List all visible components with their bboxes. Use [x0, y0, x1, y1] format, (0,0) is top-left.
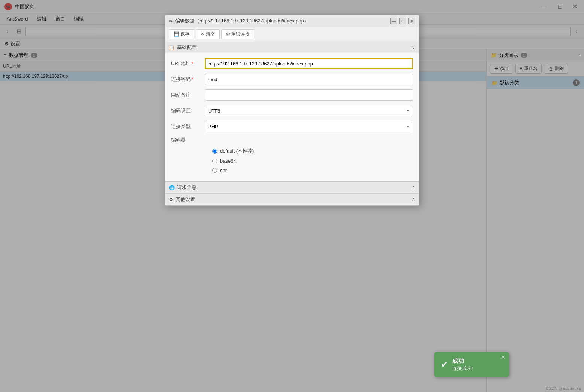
radio-chr[interactable] [212, 168, 217, 173]
radio-default-label[interactable]: default (不推荐) [220, 148, 254, 154]
encoder-row: 编码器 [171, 137, 413, 143]
toast-close-button[interactable]: ✕ [501, 354, 505, 360]
other-icon: ⚙ [169, 197, 173, 202]
type-row: 连接类型 PHP ASP ASPX [171, 121, 413, 132]
remark-row: 网站备注 [171, 89, 413, 101]
password-label: 连接密码* [171, 76, 205, 83]
form-scroll[interactable]: URL地址* 连接密码* 网站备注 [165, 53, 419, 181]
other-header[interactable]: ⚙ 其他设置 ∧ [165, 194, 419, 205]
modal-overlay: ✏ 编辑数据（http://192.168.197.129:18627/uplo… [0, 0, 584, 392]
encoding-select-wrapper: UTF8 GBK [205, 105, 413, 116]
password-row: 连接密码* [171, 74, 413, 85]
request-chevron: ∧ [412, 185, 415, 190]
type-select-wrapper: PHP ASP ASPX [205, 121, 413, 132]
url-input[interactable] [205, 58, 413, 69]
other-title: 其他设置 [176, 196, 195, 203]
toast-check-icon: ✔ [441, 360, 448, 370]
request-icon: 🌐 [169, 185, 175, 190]
radio-default[interactable] [212, 149, 217, 154]
encoding-row: 编码设置 UTF8 GBK [171, 105, 413, 116]
remark-input[interactable] [205, 89, 413, 101]
dialog-close[interactable]: ✕ [408, 18, 415, 24]
basic-config-chevron: ∨ [412, 45, 415, 50]
radio-default-row: default (不推荐) [171, 148, 413, 154]
toast-text: 成功 连接成功! [452, 357, 473, 372]
clear-button[interactable]: ✕ 清空 [196, 29, 219, 39]
save-button[interactable]: 💾 保存 [169, 29, 194, 39]
type-label: 连接类型 [171, 123, 205, 130]
other-chevron: ∧ [412, 197, 415, 202]
radio-base64-row: base64 [171, 158, 413, 164]
dialog-maximize[interactable]: □ [399, 18, 406, 24]
radio-base64[interactable] [212, 159, 217, 163]
basic-config-header[interactable]: 📋 基础配置 ∨ [165, 42, 419, 53]
encoder-label: 编码器 [171, 137, 205, 143]
url-row: URL地址* [171, 58, 413, 69]
type-select[interactable]: PHP ASP ASPX [205, 121, 413, 132]
edit-dialog: ✏ 编辑数据（http://192.168.197.129:18627/uplo… [165, 15, 419, 206]
basic-config-header-left: 📋 基础配置 [169, 44, 197, 51]
dialog-minimize[interactable]: — [390, 18, 397, 24]
dialog-title-left: ✏ 编辑数据（http://192.168.197.129:18627/uplo… [169, 18, 309, 24]
encoding-select[interactable]: UTF8 GBK [205, 105, 413, 116]
basic-config-icon: 📋 [169, 45, 175, 50]
dialog-body: 📋 基础配置 ∨ URL地址* [165, 42, 419, 205]
request-header-left: 🌐 请求信息 [169, 184, 197, 191]
dialog-titlebar: ✏ 编辑数据（http://192.168.197.129:18627/uplo… [165, 15, 419, 27]
toast-subtitle: 连接成功! [452, 365, 473, 372]
dialog-edit-icon: ✏ [169, 18, 173, 24]
encoding-label: 编码设置 [171, 107, 205, 114]
other-section: ⚙ 其他设置 ∧ [165, 193, 419, 205]
radio-base64-label[interactable]: base64 [220, 158, 236, 164]
radio-chr-row: chr [171, 168, 413, 173]
url-label: URL地址* [171, 60, 205, 67]
form-content: URL地址* 连接密码* 网站备注 [165, 53, 419, 181]
remark-label: 网站备注 [171, 92, 205, 98]
dialog-toolbar: 💾 保存 ✕ 清空 ⚙ 测试连接 [165, 27, 419, 42]
basic-config-title: 基础配置 [177, 44, 197, 51]
password-input[interactable] [205, 74, 413, 85]
toast-title: 成功 [452, 357, 473, 365]
request-section: 🌐 请求信息 ∧ [165, 181, 419, 193]
dialog-controls: — □ ✕ [390, 18, 415, 24]
test-connection-button[interactable]: ⚙ 测试连接 [221, 29, 254, 39]
request-header[interactable]: 🌐 请求信息 ∧ [165, 182, 419, 193]
request-title: 请求信息 [177, 184, 197, 191]
dialog-title: 编辑数据（http://192.168.197.129:18627/upload… [175, 18, 309, 24]
radio-chr-label[interactable]: chr [220, 168, 227, 173]
other-header-left: ⚙ 其他设置 [169, 196, 195, 203]
toast: ✔ 成功 连接成功! ✕ [434, 352, 509, 377]
